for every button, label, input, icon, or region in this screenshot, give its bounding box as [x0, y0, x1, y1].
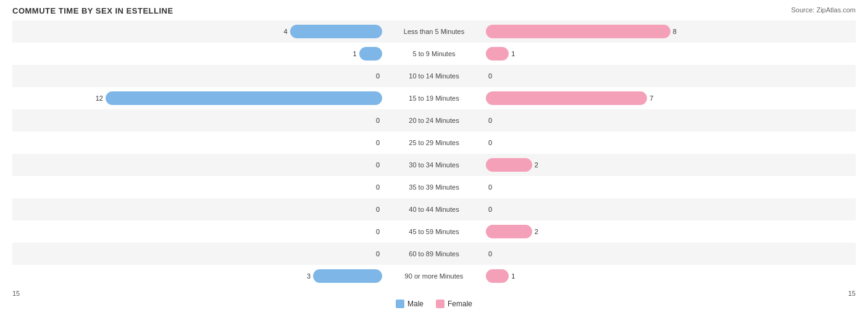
female-value: 0 — [488, 183, 492, 191]
female-value: 1 — [511, 272, 515, 280]
male-value: 0 — [376, 206, 380, 213]
center-label: 5 to 9 Minutes — [385, 50, 483, 57]
male-value: 4 — [284, 28, 288, 35]
bar-row: 025 to 29 Minutes0 — [12, 132, 856, 154]
male-value: 3 — [307, 272, 311, 280]
right-section: 8 — [434, 20, 856, 43]
male-value: 0 — [376, 228, 380, 235]
female-value: 0 — [488, 250, 492, 258]
left-section: 0 — [12, 220, 434, 243]
male-value: 0 — [376, 72, 380, 80]
bar-row: 4Less than 5 Minutes8 — [12, 20, 856, 43]
left-section: 0 — [12, 176, 434, 198]
center-label: 25 to 29 Minutes — [385, 139, 483, 146]
bar-row: 030 to 34 Minutes2 — [12, 154, 856, 176]
bar-row: 020 to 24 Minutes0 — [12, 109, 856, 132]
male-value: 0 — [376, 139, 380, 146]
center-label: 35 to 39 Minutes — [385, 183, 483, 191]
legend-female-label: Female — [448, 300, 472, 308]
bar-male — [106, 91, 382, 105]
right-section: 2 — [434, 154, 856, 176]
male-value: 1 — [353, 50, 357, 57]
bar-row: 390 or more Minutes1 — [12, 265, 856, 287]
right-section: 1 — [434, 43, 856, 65]
center-label: 10 to 14 Minutes — [385, 72, 483, 80]
female-value: 2 — [535, 228, 538, 235]
bar-row: 010 to 14 Minutes0 — [12, 65, 856, 87]
left-section: 0 — [12, 109, 434, 132]
bar-female — [486, 91, 647, 105]
left-section: 12 — [12, 87, 434, 109]
right-section: 7 — [434, 87, 856, 109]
bar-row: 040 to 44 Minutes0 — [12, 198, 856, 220]
female-value: 0 — [488, 139, 492, 146]
right-section: 0 — [434, 243, 856, 265]
bar-female — [486, 269, 509, 283]
axis-right: 15 — [848, 290, 856, 297]
left-section: 0 — [12, 65, 434, 87]
right-section: 0 — [434, 109, 856, 132]
center-label: 15 to 19 Minutes — [385, 94, 483, 102]
female-value: 2 — [535, 161, 538, 169]
axis-row: 15 15 — [12, 290, 856, 297]
left-section: 0 — [12, 154, 434, 176]
right-section: 0 — [434, 132, 856, 154]
source-text: Source: ZipAtlas.com — [791, 6, 856, 14]
legend-female: Female — [436, 300, 472, 308]
center-label: 90 or more Minutes — [385, 272, 483, 280]
female-value: 0 — [488, 206, 492, 213]
center-label: 30 to 34 Minutes — [385, 161, 483, 169]
center-label: 40 to 44 Minutes — [385, 206, 483, 213]
bar-male — [290, 25, 382, 38]
legend: Male Female — [12, 300, 856, 308]
legend-male-label: Male — [407, 300, 424, 308]
chart-title: COMMUTE TIME BY SEX IN ESTELLINE — [12, 6, 856, 15]
center-label: 20 to 24 Minutes — [385, 117, 483, 124]
bar-female — [486, 158, 532, 172]
right-section: 0 — [434, 65, 856, 87]
left-section: 0 — [12, 243, 434, 265]
bars-area: 4Less than 5 Minutes815 to 9 Minutes1010… — [12, 20, 856, 287]
female-value: 0 — [488, 72, 492, 80]
axis-left: 15 — [12, 290, 20, 297]
bar-row: 1215 to 19 Minutes7 — [12, 87, 856, 109]
male-value: 0 — [376, 250, 380, 258]
legend-female-box — [436, 300, 444, 308]
female-value: 1 — [511, 50, 515, 57]
legend-male: Male — [396, 300, 424, 308]
male-value: 0 — [376, 183, 380, 191]
male-value: 12 — [96, 94, 103, 102]
left-section: 0 — [12, 198, 434, 220]
right-section: 0 — [434, 176, 856, 198]
center-label: 45 to 59 Minutes — [385, 228, 483, 235]
male-value: 0 — [376, 117, 380, 124]
center-label: Less than 5 Minutes — [385, 28, 483, 35]
legend-male-box — [396, 300, 404, 308]
bar-female — [486, 47, 509, 61]
female-value: 7 — [649, 94, 653, 102]
left-section: 1 — [12, 43, 434, 65]
right-section: 2 — [434, 220, 856, 243]
chart-container: COMMUTE TIME BY SEX IN ESTELLINE Source:… — [0, 0, 868, 323]
female-value: 0 — [488, 117, 492, 124]
left-section: 0 — [12, 132, 434, 154]
right-section: 1 — [434, 265, 856, 287]
bar-row: 035 to 39 Minutes0 — [12, 176, 856, 198]
female-value: 8 — [673, 28, 677, 35]
bar-male — [359, 47, 382, 61]
left-section: 3 — [12, 265, 434, 287]
bar-female — [486, 225, 532, 238]
left-section: 4 — [12, 20, 434, 43]
male-value: 0 — [376, 161, 380, 169]
bar-row: 060 to 89 Minutes0 — [12, 243, 856, 265]
center-label: 60 to 89 Minutes — [385, 250, 483, 258]
bar-row: 045 to 59 Minutes2 — [12, 220, 856, 243]
right-section: 0 — [434, 198, 856, 220]
bar-row: 15 to 9 Minutes1 — [12, 43, 856, 65]
bar-male — [313, 269, 382, 283]
bar-female — [486, 25, 670, 38]
